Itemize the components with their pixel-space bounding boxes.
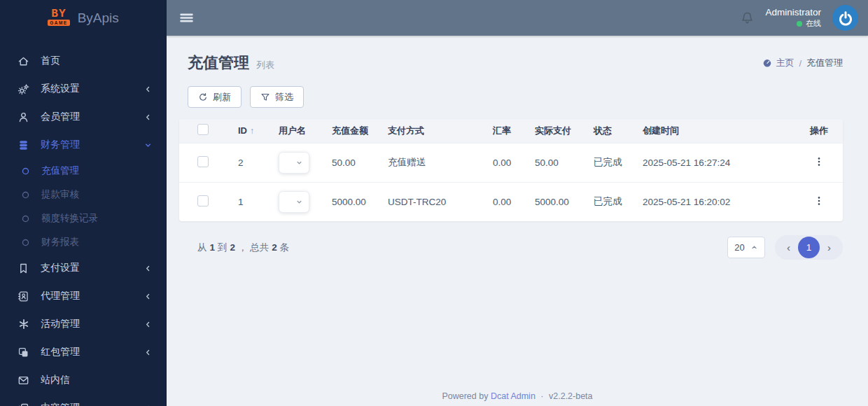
- table-row: 1 5000.00 USDT-TRC20 0.00 5000.00 已完成 20…: [179, 182, 843, 221]
- column-header-created: 创建时间: [636, 119, 795, 143]
- home-icon: [17, 55, 30, 67]
- database-icon: [17, 139, 30, 151]
- select-all-checkbox[interactable]: [197, 124, 209, 135]
- sidebar-item-system-settings[interactable]: 系统设置: [0, 75, 167, 103]
- breadcrumb-current: 充值管理: [806, 57, 843, 69]
- refresh-button[interactable]: 刷新: [188, 86, 241, 108]
- column-header-status: 状态: [587, 119, 636, 143]
- sidebar-item-label: 站内信: [41, 374, 70, 386]
- chevron-left-icon: [144, 85, 153, 94]
- chevron-left-icon: [144, 320, 153, 329]
- cell-created: 2025-05-21 16:27:24: [636, 143, 795, 182]
- chevron-down-icon: [295, 198, 303, 206]
- online-status-label: 在线: [806, 19, 821, 29]
- user-icon: [17, 111, 30, 123]
- current-page-button[interactable]: 1: [798, 237, 820, 258]
- sidebar-item-label: 系统设置: [41, 83, 80, 95]
- sidebar-item-label: 额度转换记录: [41, 212, 98, 225]
- page-subtitle: 列表: [256, 59, 274, 71]
- powered-by-text: Powered by: [442, 391, 488, 401]
- bookmark-icon: [17, 262, 30, 274]
- column-header-rate: 汇率: [486, 119, 528, 143]
- table-header-row: ID↑ 用户名 充值金额 支付方式 汇率 实际支付 状态 创建时间 操作: [179, 119, 843, 143]
- sidebar-item-member-management[interactable]: 会员管理: [0, 103, 167, 131]
- dcat-admin-link[interactable]: Dcat Admin: [491, 391, 536, 401]
- sidebar-item-recharge-management[interactable]: 充值管理: [0, 159, 167, 183]
- sidebar-item-finance-management[interactable]: 财务管理: [0, 131, 167, 159]
- page-title: 充值管理: [188, 52, 249, 74]
- prev-page-button[interactable]: ‹: [779, 241, 798, 253]
- column-header-username: 用户名: [272, 119, 325, 143]
- sidebar-item-site-mail[interactable]: 站内信: [0, 366, 167, 394]
- sidebar-item-activity-management[interactable]: 活动管理: [0, 310, 167, 338]
- main-area: Administrator 在线 充值管理 列表 主页: [167, 0, 868, 406]
- column-header-id[interactable]: ID↑: [221, 119, 272, 143]
- recharge-table: ID↑ 用户名 充值金额 支付方式 汇率 实际支付 状态 创建时间 操作: [179, 119, 843, 221]
- row-actions-button[interactable]: [813, 156, 825, 167]
- sidebar-item-content-management[interactable]: 内容管理: [0, 394, 167, 406]
- username-select[interactable]: [279, 152, 309, 174]
- user-menu[interactable]: Administrator 在线: [765, 7, 821, 29]
- asterisk-icon: [17, 318, 30, 330]
- sidebar-item-home[interactable]: 首页: [0, 47, 167, 75]
- funnel-icon: [260, 92, 270, 102]
- sidebar-item-label: 财务管理: [41, 139, 80, 151]
- clone-icon: [17, 346, 30, 358]
- table-toolbar: 刷新 筛选: [188, 86, 843, 108]
- cell-rate: 0.00: [486, 143, 528, 182]
- sidebar-item-agent-management[interactable]: 代理管理: [0, 282, 167, 310]
- breadcrumb-home-link[interactable]: 主页: [762, 57, 794, 69]
- brand-name: ByApis: [78, 10, 119, 26]
- bell-icon[interactable]: [741, 11, 754, 24]
- column-header-amount: 充值金额: [325, 119, 381, 143]
- table-row: 2 50.00 充值赠送 0.00 50.00 已完成 2025-05-21 1…: [179, 143, 843, 182]
- table-footer: 从1到2， 总共2条 20 ‹ 1 ›: [197, 235, 843, 260]
- cell-id: 1: [221, 182, 272, 221]
- menu-toggle-button[interactable]: [179, 11, 194, 24]
- logo-mark-top: BY: [51, 10, 66, 19]
- refresh-icon: [198, 92, 208, 102]
- row-actions-button[interactable]: [813, 195, 825, 206]
- sidebar-item-label: 代理管理: [41, 290, 80, 302]
- sidebar-item-label: 会员管理: [41, 111, 80, 123]
- online-status-dot: [797, 21, 802, 27]
- page-header: 充值管理 列表 主页 / 充值管理: [188, 52, 843, 74]
- app-window: BY GAME ByApis 首页 系统设置 会员管理 财: [0, 0, 868, 406]
- row-checkbox[interactable]: [197, 156, 209, 167]
- copy-icon: [17, 402, 30, 406]
- cell-actual: 50.00: [528, 143, 587, 182]
- sidebar-item-label: 首页: [41, 55, 60, 67]
- column-header-actions: 操作: [795, 119, 843, 143]
- username-select[interactable]: [279, 191, 309, 213]
- sidebar-item-label: 财务报表: [41, 236, 79, 248]
- per-page-select[interactable]: 20: [727, 237, 765, 258]
- sidebar-item-financial-reports[interactable]: 财务报表: [0, 230, 167, 254]
- avatar[interactable]: [832, 5, 858, 31]
- cell-actual: 5000.00: [528, 182, 587, 221]
- chevron-left-icon: [144, 292, 153, 301]
- sidebar-item-withdrawal-review[interactable]: 提款审核: [0, 183, 167, 206]
- chevron-left-icon: [144, 404, 153, 406]
- cell-amount: 50.00: [325, 143, 381, 182]
- next-page-button[interactable]: ›: [820, 241, 839, 253]
- cell-created: 2025-05-21 16:20:02: [636, 182, 795, 221]
- cell-rate: 0.00: [486, 182, 528, 221]
- ring-icon: [19, 214, 32, 224]
- sidebar-item-label: 支付设置: [41, 262, 80, 274]
- brand-logo-icon: BY GAME: [48, 10, 70, 26]
- ring-icon: [19, 166, 32, 176]
- sidebar-item-quota-conversion-records[interactable]: 额度转换记录: [0, 206, 167, 230]
- column-header-actual: 实际支付: [528, 119, 587, 143]
- breadcrumb-separator: /: [799, 58, 802, 69]
- data-table-card: ID↑ 用户名 充值金额 支付方式 汇率 实际支付 状态 创建时间 操作: [179, 119, 843, 221]
- sidebar-menu: 首页 系统设置 会员管理 财务管理 充值管理: [0, 36, 167, 406]
- sidebar-item-red-packet-management[interactable]: 红包管理: [0, 338, 167, 366]
- row-checkbox[interactable]: [197, 195, 209, 206]
- chevron-up-icon: [750, 244, 758, 251]
- power-icon: [838, 10, 853, 26]
- sidebar-item-payment-settings[interactable]: 支付设置: [0, 254, 167, 282]
- sidebar-item-label: 红包管理: [41, 346, 80, 358]
- brand-logo[interactable]: BY GAME ByApis: [0, 0, 167, 36]
- filter-button[interactable]: 筛选: [250, 86, 304, 108]
- footer-dot: ·: [540, 391, 543, 401]
